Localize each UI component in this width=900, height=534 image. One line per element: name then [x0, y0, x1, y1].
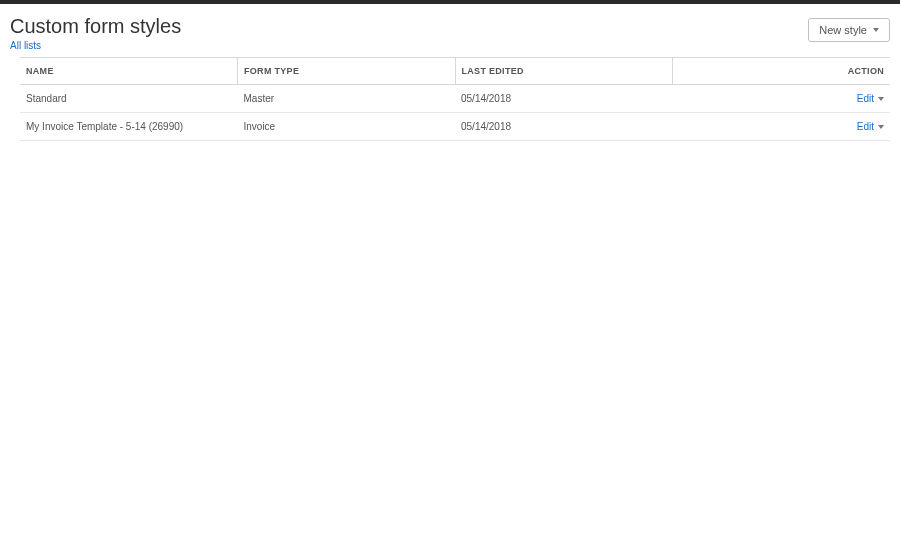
cell-form-type: Invoice [238, 113, 456, 141]
page-header: Custom form styles All lists New style [0, 4, 900, 57]
edit-label: Edit [857, 93, 874, 104]
col-header-last-edited[interactable]: LAST EDITED [455, 58, 673, 85]
col-header-form-type[interactable]: FORM TYPE [238, 58, 456, 85]
page-title: Custom form styles [10, 14, 181, 38]
caret-down-icon [878, 125, 884, 129]
table-row[interactable]: Standard Master 05/14/2018 Edit [20, 85, 890, 113]
cell-name: Standard [20, 85, 238, 113]
cell-action: Edit [673, 113, 891, 141]
table-row[interactable]: My Invoice Template - 5-14 (26990) Invoi… [20, 113, 890, 141]
caret-down-icon [878, 97, 884, 101]
edit-label: Edit [857, 121, 874, 132]
edit-link[interactable]: Edit [857, 121, 884, 132]
cell-last-edited: 05/14/2018 [455, 85, 673, 113]
new-style-label: New style [819, 24, 867, 36]
caret-down-icon [873, 28, 879, 32]
new-style-button[interactable]: New style [808, 18, 890, 42]
cell-action: Edit [673, 85, 891, 113]
edit-link[interactable]: Edit [857, 93, 884, 104]
styles-table-wrap: NAME FORM TYPE LAST EDITED ACTION Standa… [0, 57, 900, 141]
cell-last-edited: 05/14/2018 [455, 113, 673, 141]
all-lists-link[interactable]: All lists [10, 40, 181, 51]
col-header-action: ACTION [673, 58, 891, 85]
cell-name: My Invoice Template - 5-14 (26990) [20, 113, 238, 141]
title-block: Custom form styles All lists [10, 14, 181, 51]
table-header-row: NAME FORM TYPE LAST EDITED ACTION [20, 58, 890, 85]
styles-table: NAME FORM TYPE LAST EDITED ACTION Standa… [20, 57, 890, 141]
col-header-name[interactable]: NAME [20, 58, 238, 85]
cell-form-type: Master [238, 85, 456, 113]
